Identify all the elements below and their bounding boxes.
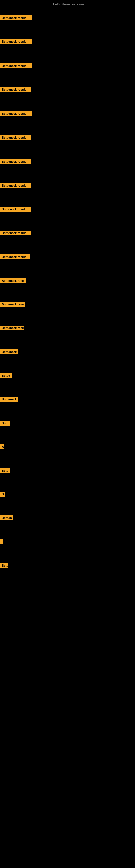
- bottleneck-result-label: Bottleneck: [0, 349, 18, 354]
- bottleneck-result-label: Bottleneck result: [0, 63, 32, 68]
- bottleneck-result-label: |: [0, 539, 3, 544]
- bottleneck-result-label: Bottleneck result: [0, 16, 32, 20]
- bottleneck-result-label: Bottleneck resu: [0, 302, 25, 307]
- bottleneck-result-label: Bottleneck result: [0, 254, 30, 259]
- bottleneck-result-label: Bo: [0, 492, 5, 497]
- bottleneck-result-label: Bottleneck result: [0, 159, 31, 164]
- bottleneck-result-label: Bottleneck result: [0, 135, 31, 140]
- bottleneck-result-label: Bott!: [0, 468, 10, 473]
- bottleneck-result-label: Bottleneck result: [0, 39, 32, 44]
- bottleneck-result-label: Bottleneck result: [0, 87, 31, 92]
- bottleneck-result-label: Bottleneck resu: [0, 278, 26, 283]
- bottleneck-result-label: Bottlen: [0, 516, 13, 520]
- bottleneck-result-label: Bottleneck result: [0, 207, 31, 212]
- bottleneck-result-label: Bott!: [0, 421, 10, 426]
- bottleneck-result-label: Bottleneck result: [0, 111, 32, 116]
- bottleneck-result-label: Bottleneck result: [0, 230, 31, 236]
- bottleneck-result-label: Bottleneck resu: [0, 326, 24, 330]
- bottleneck-result-label: Bottleneck result: [0, 183, 31, 188]
- bottleneck-result-label: Bottleneck: [0, 397, 17, 402]
- bottleneck-result-label: Bottle: [0, 373, 12, 378]
- bottleneck-result-label: Bott: [0, 563, 8, 568]
- bottleneck-result-label: B: [0, 444, 4, 449]
- site-title: TheBottlenecker.com: [0, 2, 135, 6]
